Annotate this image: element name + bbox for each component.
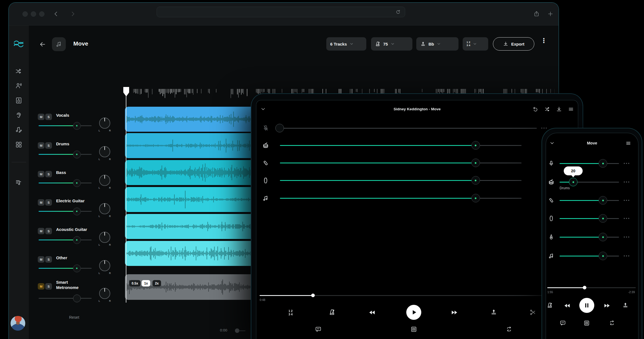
pan-knob[interactable]: LR: [99, 175, 110, 186]
drums-slider[interactable]: [560, 182, 619, 183]
pitch-icon[interactable]: [490, 309, 497, 316]
undo-icon[interactable]: [532, 106, 538, 112]
electric-guitar-slider[interactable]: [560, 218, 619, 219]
bass-slider[interactable]: [280, 163, 522, 163]
more-options-icon[interactable]: [624, 200, 625, 201]
other-slider[interactable]: [560, 256, 619, 256]
window-minimize-button[interactable]: [31, 11, 36, 17]
address-bar[interactable]: [157, 7, 405, 17]
drums-icon[interactable]: [548, 179, 555, 185]
metronome-icon[interactable]: [329, 309, 336, 316]
reset-button[interactable]: Reset: [57, 315, 91, 320]
bass-slider[interactable]: [560, 200, 619, 201]
other-note-icon[interactable]: [262, 195, 269, 202]
mixer-icon[interactable]: [583, 320, 590, 326]
progress-bar[interactable]: [547, 287, 636, 288]
rewind-icon[interactable]: [563, 302, 571, 309]
metronome-icon[interactable]: [547, 302, 553, 309]
loop-icon[interactable]: [506, 326, 512, 333]
fast-forward-icon[interactable]: [451, 309, 458, 316]
window-close-button[interactable]: [22, 11, 28, 17]
mute-button[interactable]: M: [38, 199, 44, 206]
tracks-dropdown[interactable]: 6 Tracks: [326, 37, 366, 51]
guitar-slider[interactable]: [280, 180, 522, 181]
solo-button[interactable]: S: [45, 171, 52, 177]
sidebar-item-voice-studio-icon[interactable]: [15, 82, 22, 89]
more-options-icon[interactable]: [624, 181, 625, 183]
app-logo-icon[interactable]: [12, 40, 25, 48]
mixer-icon[interactable]: [410, 326, 417, 333]
volume-slider[interactable]: [39, 298, 92, 299]
browser-back-button[interactable]: [53, 11, 59, 17]
pan-knob[interactable]: LR: [99, 260, 110, 271]
rewind-icon[interactable]: [368, 309, 376, 316]
pan-knob[interactable]: LR: [99, 288, 110, 299]
volume-slider[interactable]: [39, 211, 92, 212]
bass-icon[interactable]: [548, 197, 555, 204]
solo-button[interactable]: S: [45, 114, 52, 120]
solo-button[interactable]: S: [45, 283, 52, 290]
mute-button[interactable]: M: [38, 142, 44, 149]
zoom-slider[interactable]: [235, 328, 239, 333]
solo-button[interactable]: S: [45, 142, 52, 149]
vocals-slider[interactable]: [560, 163, 619, 164]
loop-icon[interactable]: [609, 320, 615, 326]
speed-1x-button[interactable]: 1x: [142, 280, 150, 286]
mute-button[interactable]: M: [38, 228, 44, 234]
progress-bar[interactable]: [260, 295, 574, 296]
bpm-dropdown[interactable]: 75: [371, 37, 412, 51]
browser-forward-button[interactable]: [69, 11, 76, 17]
fast-forward-icon[interactable]: [603, 302, 611, 309]
mute-button[interactable]: M: [38, 256, 44, 263]
drums-slider[interactable]: [280, 145, 522, 146]
more-options-icon[interactable]: [541, 128, 542, 129]
solo-button[interactable]: S: [45, 228, 52, 234]
sidebar-item-amp-icon[interactable]: [15, 97, 22, 104]
volume-slider[interactable]: [39, 154, 92, 155]
pan-knob[interactable]: LR: [99, 232, 110, 243]
volume-slider[interactable]: [39, 240, 92, 240]
time-signature-dropdown[interactable]: 1 23 4: [463, 37, 488, 51]
back-button[interactable]: [39, 41, 46, 48]
sidebar-item-splitter-icon[interactable]: [15, 68, 22, 75]
more-options-icon[interactable]: [624, 218, 625, 219]
sidebar-item-lyric-writer-icon[interactable]: [15, 126, 22, 133]
menu-icon[interactable]: [568, 106, 574, 112]
time-signature-control[interactable]: 1 23 4: [289, 309, 293, 316]
pan-knob[interactable]: LR: [99, 203, 110, 214]
acoustic-guitar-slider[interactable]: [560, 237, 619, 238]
other-slider[interactable]: [280, 198, 522, 199]
volume-slider[interactable]: [39, 183, 92, 183]
more-options-icon[interactable]: [624, 163, 625, 164]
window-zoom-button[interactable]: [39, 11, 44, 17]
sidebar-item-setlist-icon[interactable]: [15, 179, 22, 186]
volume-slider[interactable]: [39, 125, 92, 126]
vocals-slider[interactable]: [280, 128, 537, 129]
bass-icon[interactable]: [262, 159, 269, 166]
split-share-icon[interactable]: [544, 106, 550, 112]
mute-button[interactable]: M: [38, 283, 44, 290]
more-options-icon[interactable]: [624, 255, 625, 256]
play-button[interactable]: [406, 305, 421, 320]
trim-scissors-icon[interactable]: [529, 309, 537, 316]
pitch-icon[interactable]: [622, 302, 629, 309]
refresh-icon[interactable]: [395, 9, 401, 15]
key-dropdown[interactable]: Bb: [416, 37, 458, 51]
new-tab-icon[interactable]: [547, 11, 554, 17]
acoustic-guitar-icon[interactable]: [548, 234, 555, 240]
vocals-mic-icon[interactable]: [548, 160, 554, 166]
sidebar-item-ear-training-icon[interactable]: [15, 112, 22, 119]
drums-icon[interactable]: [262, 142, 269, 149]
other-note-icon[interactable]: [548, 253, 555, 259]
pan-knob[interactable]: LR: [99, 118, 110, 129]
solo-button[interactable]: S: [45, 256, 52, 263]
pause-button[interactable]: [579, 298, 594, 313]
download-icon[interactable]: [556, 106, 562, 112]
electric-guitar-icon[interactable]: [548, 215, 555, 222]
export-button[interactable]: Export: [493, 37, 534, 51]
volume-slider[interactable]: [39, 268, 92, 269]
pan-knob[interactable]: LR: [99, 146, 110, 157]
speed-0.5x-button[interactable]: 0.5x: [129, 280, 141, 286]
menu-icon[interactable]: [625, 140, 631, 146]
sidebar-item-apps-grid-icon[interactable]: [15, 141, 22, 148]
